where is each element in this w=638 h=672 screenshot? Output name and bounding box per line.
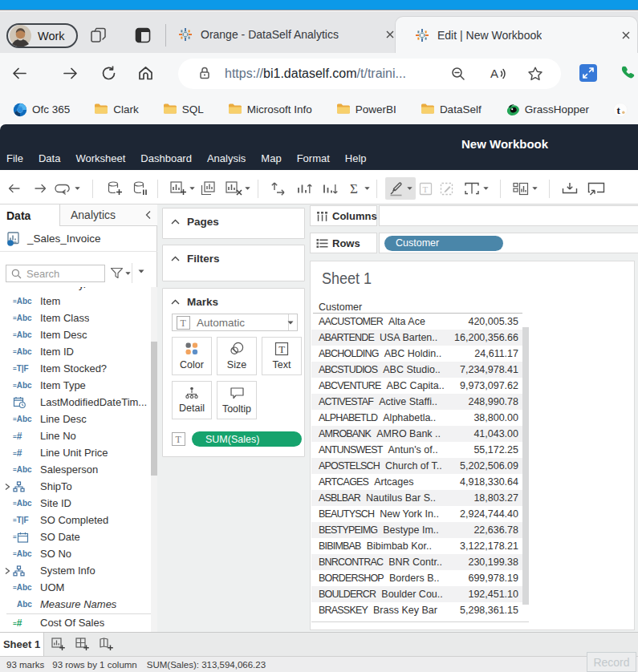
browser-profile-button[interactable]: Work [6, 23, 78, 48]
zoom-out-icon[interactable] [450, 66, 466, 82]
field-so-completed[interactable]: =T|FSO Completed [0, 512, 151, 528]
bookmark-powerbi[interactable]: PowerBI [336, 103, 396, 116]
revert-button[interactable] [50, 177, 83, 200]
field-measure-names[interactable]: AbcMeasure Names [0, 596, 151, 613]
columns-shelf[interactable] [379, 205, 638, 226]
read-aloud-icon[interactable]: A [489, 66, 505, 82]
table-row[interactable]: BNRCONTRACBNR Contr..230,199.38 [311, 554, 522, 570]
menu-file[interactable]: File [6, 152, 23, 164]
table-row[interactable]: ABARTENDEUSA Barten..16,200,356.66 [311, 330, 522, 346]
menu-analysis[interactable]: Analysis [207, 152, 246, 164]
bookmark-sql[interactable]: SQL [163, 103, 204, 116]
record-button[interactable]: Record [587, 652, 636, 672]
menu-format[interactable]: Format [297, 152, 330, 164]
forward-icon[interactable] [62, 65, 79, 82]
table-row[interactable]: ASBLBARNautilus Bar S..18,803.27 [311, 490, 522, 506]
back-icon[interactable] [11, 65, 28, 82]
table-row[interactable]: ARTCAGESArtcages4,918,330.64 [311, 474, 522, 490]
field-item-class[interactable]: =AbcItem Class [0, 310, 151, 326]
sheet-tab-sheet1[interactable]: Sheet 1 [0, 633, 44, 656]
filter-fields-icon[interactable] [110, 267, 131, 279]
extension-expand-icon[interactable] [579, 64, 597, 82]
rows-shelf[interactable]: Customer [379, 233, 638, 253]
field-list-scrollbar[interactable] [151, 287, 157, 632]
table-row[interactable]: BRASSKEYBrass Key Bar5,298,361.15 [311, 602, 522, 618]
tab-analytics[interactable]: Analytics [60, 204, 157, 226]
fields-menu-caret-icon[interactable] [138, 269, 144, 273]
new-story-icon[interactable] [99, 637, 114, 652]
table-row[interactable]: ABCHOLDINGABC Holdin..24,611.17 [311, 346, 522, 362]
table-row[interactable]: BOULDERCRBoulder Cou..192,451.10 [311, 586, 522, 602]
filters-card[interactable]: Filters [162, 245, 305, 281]
table-row[interactable]: BEAUTYSCHNew York In..2,924,744.40 [311, 506, 522, 522]
sort-ascending-button[interactable] [293, 177, 315, 200]
marks-card[interactable]: Marks T Automatic ColorSizeTTextDetailTo… [162, 288, 305, 457]
mark-type-dropdown[interactable]: T Automatic [172, 314, 298, 331]
new-dashboard-icon[interactable] [75, 637, 90, 652]
expand-icon[interactable] [3, 483, 11, 491]
lock-icon[interactable] [197, 66, 213, 82]
new-worksheet-button[interactable] [166, 177, 198, 200]
search-input[interactable]: Search [6, 265, 105, 282]
home-icon[interactable] [137, 65, 154, 82]
menu-help[interactable]: Help [345, 152, 367, 164]
field-item[interactable]: =AbcItem [0, 293, 151, 310]
table-row[interactable]: AMROBANKAMRO Bank ..41,043.00 [311, 426, 522, 442]
dropdown-caret-icon[interactable] [287, 321, 294, 325]
scrollbar-thumb[interactable] [522, 327, 529, 605]
sort-descending-button[interactable] [319, 177, 341, 200]
pause-auto-updates-button[interactable] [128, 177, 151, 200]
bookmark-ofc-365[interactable]: Ofc 365 [13, 103, 70, 116]
bookmark-dataself[interactable]: DataSelf [421, 103, 482, 116]
table-row[interactable]: ALPHABETLDAlphabetla..38,800.00 [311, 410, 522, 426]
detail-button[interactable]: Detail [172, 381, 212, 419]
bookmark-favicon[interactable]: t [613, 103, 627, 116]
chevron-up-icon[interactable] [171, 299, 180, 305]
field-item-stocked-[interactable]: =T|FItem Stocked? [0, 360, 151, 377]
menu-dashboard[interactable]: Dashboard [140, 152, 192, 164]
field-item-type[interactable]: =AbcItem Type [0, 377, 151, 394]
customer-pill[interactable]: Customer [384, 236, 503, 251]
field-so-date[interactable]: =SO Date [0, 528, 151, 545]
chevron-up-icon[interactable] [171, 219, 180, 225]
presentation-mode-button[interactable] [583, 177, 609, 200]
menu-map[interactable]: Map [261, 152, 281, 164]
tooltip-button[interactable]: Tooltip [217, 381, 257, 419]
show-hide-cards-button[interactable] [509, 177, 541, 200]
field-y-[interactable]: y. [0, 287, 151, 293]
field-cost-of-sales[interactable]: =#Cost Of Sales [0, 614, 151, 631]
datasource-row[interactable]: _Sales_Invoice [0, 226, 157, 252]
close-tab-icon[interactable] [620, 29, 632, 42]
table-scrollbar[interactable] [522, 314, 529, 621]
color-button[interactable]: Color [172, 337, 212, 375]
collapse-pane-icon[interactable] [143, 209, 154, 221]
duplicate-button[interactable] [197, 177, 219, 200]
table-row[interactable]: BESTYPEIMGBestype Im..22,636.78 [311, 522, 522, 538]
table-row[interactable]: AACUSTOMERAlta Ace420,005.35 [311, 314, 522, 330]
highlight-button[interactable] [385, 177, 416, 200]
field-line-unit-price[interactable]: =#Line Unit Price [0, 444, 151, 461]
field-salesperson[interactable]: =AbcSalesperson [0, 461, 151, 478]
tab-data[interactable]: Data [0, 204, 60, 226]
field-site-id[interactable]: =AbcSite ID [0, 495, 151, 512]
browser-tab-edit-new-workbook[interactable]: Edit | New Workbook [395, 16, 638, 53]
bookmark-clark[interactable]: Clark [94, 103, 139, 116]
field-item-desc[interactable]: =AbcItem Desc [0, 326, 151, 343]
expand-icon[interactable] [3, 567, 11, 575]
field-line-desc[interactable]: =AbcLine Desc [0, 411, 151, 427]
swap-rows-columns-button[interactable] [267, 177, 290, 200]
undo-button[interactable] [3, 177, 26, 200]
fit-button[interactable] [460, 177, 492, 200]
field-shipto[interactable]: ShipTo [0, 478, 151, 495]
menu-worksheet[interactable]: Worksheet [75, 152, 125, 164]
table-row[interactable]: ANTUNSWESTAntun's of..55,172.25 [311, 442, 522, 458]
sum-sales-pill[interactable]: SUM(Sales) [192, 431, 302, 447]
menu-data[interactable]: Data [39, 152, 60, 164]
redo-button[interactable] [29, 177, 51, 200]
browser-tab-orange-dataself[interactable]: Orange - DataSelf Analytics [172, 16, 406, 53]
totals-button[interactable]: Σ [345, 177, 373, 200]
url-text[interactable]: https://bi1.dataself.com/t/traini... [225, 67, 406, 81]
table-row[interactable]: APOSTELSCHChurch of T..5,202,506.09 [311, 458, 522, 474]
text-encoding-icon[interactable]: T [172, 432, 185, 446]
download-button[interactable] [558, 177, 582, 200]
